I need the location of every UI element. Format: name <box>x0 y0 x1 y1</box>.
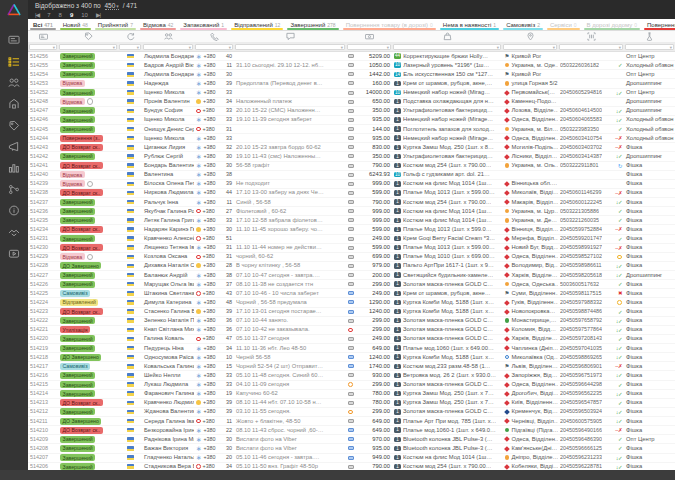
tab-6[interactable]: Завершений278 <box>285 19 340 30</box>
table-row[interactable]: 514216ЗавершенийШейко Нелли∗+3803305.10 … <box>28 371 675 380</box>
sidebar-item-company[interactable] <box>5 96 23 111</box>
table-row[interactable]: 514239ВідмоваБілоска Олена Петр…∗+38039Н… <box>28 180 675 189</box>
tracking-number[interactable]: 20450600122245 <box>560 199 602 206</box>
tracking-number[interactable]: 20450604614500 <box>560 107 602 114</box>
tab-9[interactable]: Самовивіз2 <box>501 19 545 30</box>
table-row[interactable]: 514238ДО Возврат ск..Ниркова Людмила∗+38… <box>28 189 675 198</box>
filter-total[interactable]: ▾ <box>347 44 391 50</box>
filter-id[interactable]: ▾ <box>29 44 57 50</box>
table-row[interactable]: 514252ЗавершенийІщенко Микола∗+380331400… <box>28 89 675 98</box>
column-comment[interactable] <box>234 31 346 42</box>
tracking-number[interactable]: 20450597208143 <box>560 335 602 342</box>
tab-1[interactable]: Новий48 <box>58 19 93 30</box>
table-row[interactable]: 514209ЗавершенийРаднікова Ірина Ми…∗+380… <box>28 435 675 444</box>
table-row[interactable]: 514229ВідмоваКозлова Оксана+38031чорний,… <box>28 253 675 262</box>
table-row[interactable]: 514221УтилізаціяКнап Світлана Миха…∗+380… <box>28 326 675 335</box>
tracking-number[interactable]: 0503223983350 <box>560 126 599 133</box>
table-row[interactable]: 514225СамовивізШтакина Светлана+3804307.… <box>28 289 675 298</box>
tracking-number[interactable]: 20450596562235 <box>560 390 602 397</box>
column-source[interactable] <box>624 31 675 42</box>
tracking-number[interactable]: 20450596503924 <box>560 408 602 415</box>
tracking-number[interactable]: 20450603410754 <box>560 135 602 142</box>
table-row[interactable]: 514242ЗавершенийРублюк Сергій∗+3803019.1… <box>28 152 675 161</box>
tracking-number[interactable]: 20450605294816 <box>560 89 602 96</box>
column-delivery[interactable] <box>502 31 558 42</box>
filter-customer[interactable]: ▾ <box>143 44 193 50</box>
tab-12[interactable]: Повернення (товару)0 <box>642 19 675 30</box>
tracking-number[interactable]: 20450598205618 <box>560 272 602 279</box>
filter-status[interactable]: ▾ <box>59 44 117 50</box>
table-row[interactable]: 514243ДО Возврат ск..Циганюк Лидия∗+3803… <box>28 143 675 152</box>
tracking-number[interactable]: 20450598869265 <box>560 354 602 361</box>
tracking-number[interactable]: 20450596547857 <box>560 399 602 406</box>
tab-11[interactable]: В дорозі додому0 <box>582 19 642 30</box>
page-7[interactable]: 7 <box>47 12 50 19</box>
table-row[interactable]: 514226ЗавершенийМарущак Ольга Іва…∗+3803… <box>28 280 675 289</box>
tab-7[interactable]: Повернення товару (в дорозі)0 <box>341 19 438 30</box>
table-row[interactable]: 514248ВідмоваПронів Валентин+38034Наложе… <box>28 98 675 107</box>
column-tracking[interactable] <box>558 31 624 42</box>
table-row[interactable]: 514208ЗавершенийБажан Виктория∗+38030Вис… <box>28 444 675 453</box>
tab-4[interactable]: Запакований1 <box>178 19 229 30</box>
tracking-number[interactable]: 20450597658792 <box>560 317 602 324</box>
tracking-number[interactable]: 20450603403702 <box>560 144 602 151</box>
tracking-number[interactable]: 20450604065583 <box>560 116 602 123</box>
tab-5[interactable]: Відправлений12 <box>229 19 285 30</box>
tracking-number[interactable]: 0503221260035 <box>560 217 599 224</box>
column-id[interactable] <box>28 31 58 42</box>
column-products[interactable] <box>392 31 502 42</box>
page-8[interactable]: 8 <box>59 12 62 19</box>
tracking-number[interactable]: 20450596486390 <box>560 436 602 443</box>
tracking-number[interactable]: 20450598527102 <box>560 253 602 260</box>
tracking-number[interactable]: 20450596806901 <box>560 363 602 370</box>
tracking-number[interactable]: 20450596231233 <box>560 454 602 461</box>
table-row[interactable]: 514255ЗавершенийБадров Андрій Вікт…∗+380… <box>28 61 675 70</box>
filter-products[interactable]: ▾ <box>393 44 501 50</box>
table-row[interactable]: 514217СамовивізКовальська Галина∗+38015Ч… <box>28 362 675 371</box>
table-row[interactable]: 514235ЗавершенийЛетяк Галина Григо…∗+380… <box>28 216 675 225</box>
column-phone[interactable] <box>194 31 234 42</box>
table-row[interactable]: 514213ДО Возврат ск..Кравченко Людмила+3… <box>28 399 675 408</box>
sidebar-item-products[interactable] <box>5 118 23 133</box>
tracking-number[interactable]: 0503222911801 <box>560 162 599 169</box>
last-page-button[interactable]: ▶| <box>96 12 100 19</box>
tracking-number[interactable]: 0503221305886 <box>560 208 599 215</box>
table-row[interactable]: 514215ЗавершенийЛукаш Людмила∗+3803304.1… <box>28 381 675 390</box>
tracking-number[interactable]: 20450600575905 <box>560 418 602 425</box>
sidebar-item-marketing[interactable] <box>5 139 23 154</box>
tab-3[interactable]: Відмова42 <box>138 19 178 30</box>
table-row[interactable]: 514256ЗавершенийЛюдмила Бондарен…∗+38040… <box>28 52 675 61</box>
filter-phone[interactable]: ▾ <box>195 44 233 50</box>
table-row[interactable]: 514210ДО Возврат ск..Безкоровайна Ірина∗… <box>28 426 675 435</box>
column-status[interactable] <box>58 31 118 42</box>
tracking-number[interactable]: 0503226036182 <box>560 62 599 69</box>
sidebar-item-integrations[interactable] <box>5 182 23 197</box>
table-row[interactable]: 514220ЗавершенийГалина Коваль+3804705.10… <box>28 335 675 344</box>
tracking-number[interactable]: 20450599752884 <box>560 226 602 233</box>
sidebar-item-orders[interactable] <box>5 54 23 69</box>
tracking-number[interactable]: 20450597041035 <box>560 345 602 352</box>
filter-country[interactable]: ▾ <box>119 44 141 50</box>
tracking-number[interactable]: 20450599201747 <box>560 235 602 242</box>
table-row[interactable]: 514245ЗавершенийОнищук Денис Сергі…+3803… <box>28 125 675 134</box>
table-row[interactable]: 514236ЗавершенийЯкубчак Галина Ром…+3802… <box>28 207 675 216</box>
column-customer[interactable] <box>142 31 194 42</box>
tab-2[interactable]: Прийнятий7 <box>93 19 138 30</box>
table-row[interactable]: 514211ДО ЗавершеноСереда Галина Івані…+3… <box>28 417 675 426</box>
sidebar-item-statistics[interactable] <box>5 160 23 175</box>
tracking-number[interactable]: 20450598117515 <box>560 290 602 297</box>
page-9[interactable]: 9 <box>70 12 73 19</box>
filter-delivery[interactable]: ▾ <box>503 44 557 50</box>
tab-8[interactable]: Нема в наявності1 <box>438 19 501 30</box>
tracking-number[interactable]: 20450596666125 <box>560 445 602 452</box>
tracking-number[interactable]: 20450597988332 <box>560 299 602 306</box>
sidebar-item-info[interactable] <box>5 203 23 218</box>
table-row[interactable]: 514224ВідправленийДимула Катерина∗+38048… <box>28 298 675 307</box>
tracking-number[interactable]: 20450601146299 <box>560 189 602 196</box>
table-row[interactable]: 514230ДО Возврат ск..Лященко Тетяна Іва…… <box>28 244 675 253</box>
table-row[interactable]: 514246ЗавершенийІщенко Микола∗+3803319.1… <box>28 116 675 125</box>
table-row[interactable]: 514223ДО Возврат ск..Стасенко Галина Ви…… <box>28 308 675 317</box>
sidebar-item-partners[interactable] <box>5 225 23 240</box>
filter-comment[interactable]: ▾ <box>235 44 345 50</box>
tracking-number[interactable]: 20450598991927 <box>560 244 602 251</box>
